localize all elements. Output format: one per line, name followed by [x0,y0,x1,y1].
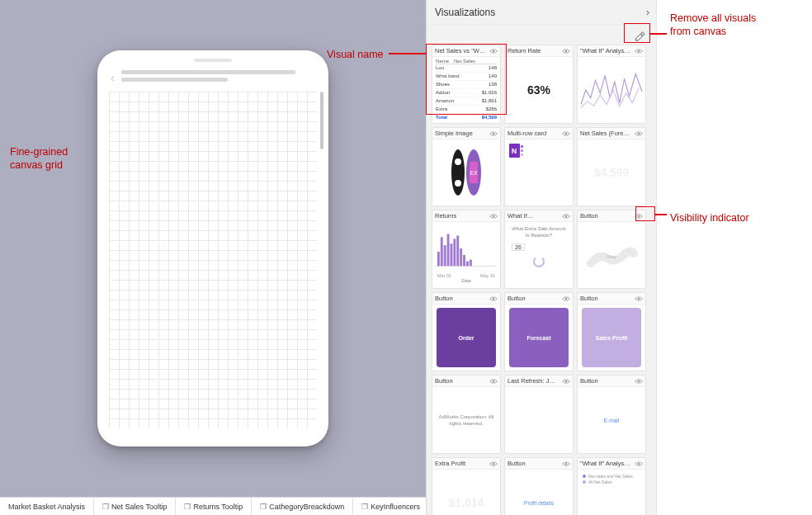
tile-whatif-legend[interactable]: "What If" Analysi… Net sales and Net Sal… [577,457,646,515]
svg-rect-25 [460,248,462,266]
phone-scrollbar[interactable] [320,92,323,149]
visibility-icon[interactable] [635,295,643,302]
canvas-center: ‹ [0,0,426,497]
visibility-icon[interactable] [562,295,570,302]
visibility-icon[interactable] [562,461,570,467]
visibility-icon[interactable] [562,213,570,220]
tab-market-basket[interactable]: Market Basket Analysis [0,498,94,515]
svg-rect-24 [456,235,459,266]
svg-point-43 [583,475,586,478]
stacked-pages-icon: ❐ [184,503,191,511]
tile-title: Returns [435,212,456,220]
visibility-icon[interactable] [489,213,498,220]
visualizations-header: Visualizations › [427,0,656,25]
phone-frame[interactable]: ‹ [97,50,328,446]
tile-return-rate[interactable]: Return Rate 63% [504,45,574,124]
tile-title: Simple Image [435,130,473,137]
tile-last-refresh[interactable]: Last Refresh: Jun… [504,375,574,454]
svg-rect-15 [521,154,523,156]
tile-title: Return Rate [508,47,541,54]
tile-simple-image[interactable]: Simple Image EX [432,127,501,206]
square-label: Forecast [526,335,550,341]
visibility-icon[interactable] [489,378,498,385]
visibility-icon[interactable] [562,48,570,54]
svg-text:Map: Map [607,254,616,259]
anno-remove-all: Remove all visuals from canvas [670,12,756,38]
header-placeholder-bars [121,70,315,85]
tile-whatif-analysis[interactable]: "What If" Analysi… [577,45,646,124]
visibility-icon[interactable] [635,48,643,54]
svg-point-10 [565,133,567,135]
phone-header: ‹ [109,69,317,92]
tile-title: Button [580,212,598,220]
square-button: Forecast [509,308,569,367]
collapse-chevron-icon[interactable]: › [646,7,649,18]
svg-rect-27 [466,262,469,267]
svg-point-2 [638,50,640,52]
kpi-value: 63% [527,83,550,97]
tile-button-order[interactable]: Button Order [432,292,501,371]
bar-chart [434,224,498,276]
stacked-pages-icon: ❐ [260,503,267,511]
anno-line-visibility [655,214,667,215]
svg-point-45 [583,480,586,484]
svg-rect-19 [441,237,443,266]
phone-canvas-grid[interactable] [109,92,317,428]
svg-text:All Net Sales: All Net Sales [588,480,612,484]
bar-x-left: Mar 31 [437,273,451,278]
svg-point-40 [493,463,494,465]
tile-net-sales-forecast[interactable]: Net Sales (Forec… $4,599 [577,127,646,206]
visibility-icon[interactable] [635,378,643,385]
skateboard-image-icon: EX [437,145,495,200]
tile-multirow-card[interactable]: Multi-row card N [504,127,574,206]
tile-button-email[interactable]: Button E-mail [577,375,646,454]
back-chevron-icon[interactable]: ‹ [111,71,115,84]
tile-whatif-spinner[interactable]: What If… What Extra Sale Amount Is Reali… [504,210,574,289]
whatif-caption: What Extra Sale Amount Is Realistic? [510,225,568,239]
visibility-icon[interactable] [489,461,498,467]
tile-button-caption[interactable]: Button AdWorks Corporation. All rights r… [432,375,501,454]
anno-box-visual-name [426,44,507,115]
svg-point-3 [493,133,494,135]
svg-point-39 [638,380,640,382]
kpi-value: $1,014 [449,496,484,509]
tile-title: Multi-row card [508,130,546,137]
square-label: Order [458,335,474,341]
tile-button-profit-details[interactable]: Button Profit details [504,457,574,515]
visibility-icon[interactable] [562,130,570,137]
tab-category-breakdown[interactable]: ❐ CathegoryBreackdown [252,498,353,515]
svg-point-4 [451,149,465,196]
caption-text: AdWorks Corporation. All rights reserved… [437,413,495,427]
visibility-icon[interactable] [489,130,498,137]
visibility-icon[interactable] [562,378,570,385]
tab-returns-tooltip[interactable]: ❐ Returns Tooltip [176,498,252,515]
svg-point-41 [565,463,567,465]
tab-key-influencers[interactable]: ❐ KeyInfluencers [353,498,426,515]
tile-button-map[interactable]: Button Map [577,210,646,289]
anno-box-eraser [624,23,650,43]
tile-returns-bars[interactable]: Returns [432,210,501,289]
tile-title: Extra Profit [435,460,465,467]
svg-point-30 [565,215,567,217]
tile-button-salesprofit[interactable]: Button Sales Profit [577,292,646,371]
tile-title: "What If" Analysi… [580,47,631,54]
erase-row [427,25,656,45]
map-icon: Map [583,230,640,280]
tile-title: Last Refresh: Jun… [508,377,559,385]
tab-net-sales-tooltip[interactable]: ❐ Net Sales Tooltip [94,498,176,515]
visualizations-grid: Net Sales vs "W… NameNet Sales Lou148 Wr… [427,45,656,515]
visibility-icon[interactable] [489,295,498,302]
tile-title: Button [580,295,598,302]
loading-spinner-icon [533,256,545,267]
report-page-tabs: Market Basket Analysis ❐ Net Sales Toolt… [0,497,426,515]
visibility-icon[interactable] [635,461,643,467]
tile-button-forecast[interactable]: Button Forecast [504,292,574,371]
square-button: Order [437,308,496,367]
visibility-icon[interactable] [635,130,643,137]
svg-point-34 [493,298,494,300]
whatif-value: 26 [512,243,525,251]
svg-point-37 [493,380,494,382]
stacked-pages-icon: ❐ [361,503,368,511]
tile-extra-profit[interactable]: Extra Profit $1,014 [432,457,501,515]
svg-rect-28 [470,260,472,267]
